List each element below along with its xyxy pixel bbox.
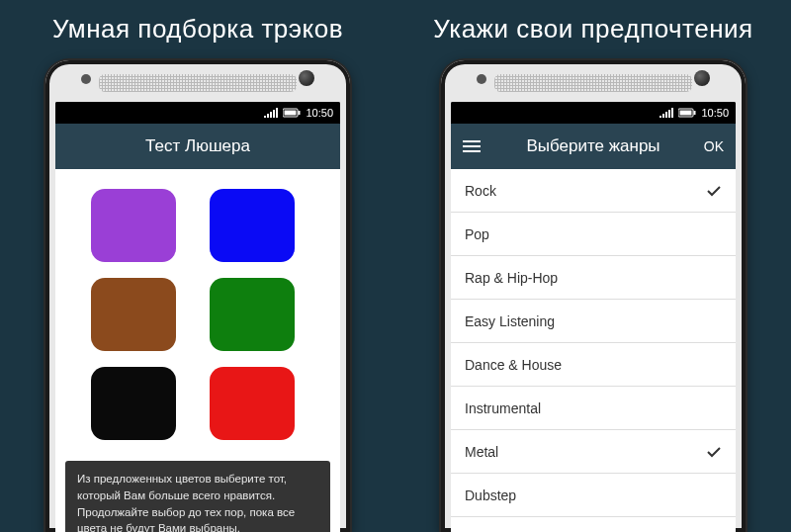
luscher-body: Из предложенных цветов выберите тот, кот… (55, 169, 340, 532)
genre-label: Instrumental (465, 400, 541, 416)
color-grid (55, 169, 340, 460)
status-time: 10:50 (701, 107, 729, 119)
color-tile-purple[interactable] (91, 189, 176, 262)
phone-speaker (99, 74, 297, 92)
genre-label: Pop (465, 226, 489, 242)
ok-button[interactable]: OK (704, 138, 724, 154)
color-tile-black[interactable] (91, 367, 176, 440)
instruction-toast: Из предложенных цветов выберите тот, кот… (65, 461, 330, 532)
genre-item[interactable]: Rock (451, 169, 736, 213)
genre-item[interactable]: Rap & Hip-Hop (451, 256, 736, 300)
genre-item[interactable]: Pop (451, 213, 736, 256)
color-tile-blue[interactable] (210, 189, 295, 262)
right-panel-title: Укажи свои предпочтения (425, 0, 760, 52)
app-header-title: Тест Люшера (145, 136, 250, 156)
svg-rect-4 (680, 111, 692, 116)
phone-sensor (81, 74, 91, 84)
color-tile-green[interactable] (210, 278, 295, 351)
signal-icon (659, 108, 673, 118)
app-header-left: Тест Люшера (55, 124, 340, 169)
left-panel-title: Умная подборка трэков (44, 0, 351, 52)
phone-frame-right: 10:50 Выберите жанры OK RockPopRap & Hip… (439, 58, 747, 532)
genre-label: Rock (465, 183, 496, 199)
genre-item[interactable]: Dance & House (451, 343, 736, 387)
genre-item[interactable]: Jazz & Blues (451, 517, 736, 532)
genre-item[interactable]: Instrumental (451, 387, 736, 430)
phone-frame-left: 10:50 Тест Люшера Из предложенных цветов… (44, 58, 352, 532)
genre-item[interactable]: Easy Listening (451, 300, 736, 343)
left-panel: Умная подборка трэков 10:50 Тест Люшера … (0, 0, 396, 532)
hamburger-icon[interactable] (463, 137, 481, 155)
check-icon (706, 183, 722, 199)
genre-item[interactable]: Metal (451, 430, 736, 474)
phone-screen-left: 10:50 Тест Люшера Из предложенных цветов… (55, 102, 340, 532)
color-tile-brown[interactable] (91, 278, 176, 351)
signal-icon (264, 108, 278, 118)
battery-icon (678, 108, 696, 118)
svg-rect-1 (285, 111, 297, 116)
app-header-right: Выберите жанры OK (451, 124, 736, 169)
status-time: 10:50 (306, 107, 333, 119)
genre-label: Dubstep (465, 488, 516, 503)
phone-speaker (494, 74, 692, 92)
phone-screen-right: 10:50 Выберите жанры OK RockPopRap & Hip… (451, 102, 736, 532)
genre-label: Dance & House (465, 357, 562, 373)
phone-camera (694, 70, 710, 86)
status-bar: 10:50 (451, 102, 736, 124)
svg-rect-5 (694, 111, 696, 115)
genre-label: Easy Listening (465, 313, 555, 329)
genre-item[interactable]: Dubstep (451, 474, 736, 517)
genre-label: Metal (465, 444, 498, 460)
phone-sensor (477, 74, 486, 84)
right-panel: Укажи свои предпочтения 10:50 Выберите ж… (396, 0, 791, 532)
phone-camera (299, 70, 314, 86)
genre-list: RockPopRap & Hip-HopEasy ListeningDance … (451, 169, 736, 532)
genre-label: Rap & Hip-Hop (465, 270, 558, 286)
app-header-title: Выберите жанры (526, 136, 659, 156)
svg-rect-2 (299, 111, 301, 115)
status-bar: 10:50 (55, 102, 340, 124)
check-icon (706, 444, 722, 460)
battery-icon (283, 108, 301, 118)
color-tile-red[interactable] (210, 367, 295, 440)
